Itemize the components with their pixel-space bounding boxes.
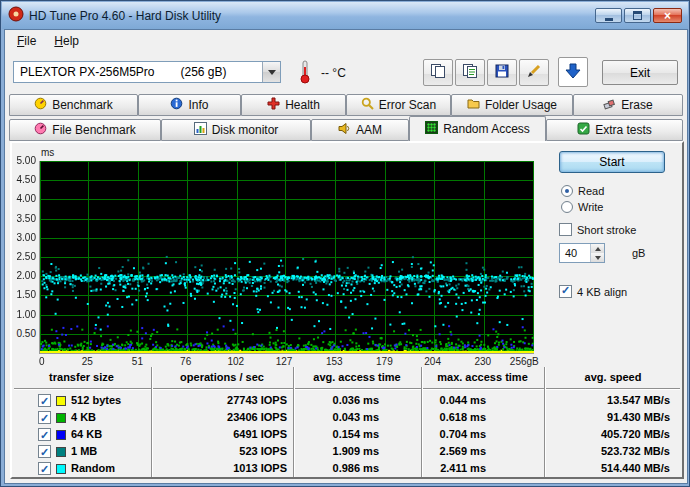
ops-value: 6491 IOPS — [151, 426, 293, 443]
drive-select[interactable]: PLEXTOR PX-256M5Pro(256 gB) — [13, 61, 281, 83]
drive-name: PLEXTOR PX-256M5Pro — [20, 65, 155, 79]
tab-label: Error Scan — [379, 98, 436, 112]
tab-label: Folder Usage — [485, 98, 557, 112]
file-benchmark-icon — [34, 122, 47, 138]
brush-icon — [526, 63, 542, 82]
extra-tests-icon — [577, 122, 590, 138]
update-download-button[interactable] — [558, 57, 588, 87]
ops-value: 1013 IOPS — [151, 460, 293, 477]
save-screenshot-button[interactable] — [487, 59, 517, 86]
close-button[interactable]: × — [653, 8, 682, 23]
tab-erase[interactable]: Erase — [573, 94, 683, 116]
kb-align-checkbox[interactable] — [559, 285, 572, 298]
avg-speed-value: 91.430 MB/s — [544, 409, 682, 426]
avg-speed-value: 523.732 MB/s — [544, 443, 682, 460]
read-radio-circle[interactable] — [561, 185, 573, 197]
avg-access-value: 1.909 ms — [293, 443, 421, 460]
write-radio-circle[interactable] — [561, 201, 573, 213]
header-separator — [14, 388, 680, 390]
avg-speed-value: 405.720 MB/s — [544, 426, 682, 443]
tab-error-scan[interactable]: Error Scan — [346, 94, 451, 116]
col-max-access: max. access time — [421, 371, 544, 383]
row-checkbox[interactable] — [38, 428, 51, 441]
series-color-swatch — [56, 396, 66, 406]
health-icon — [267, 97, 280, 113]
maximize-button[interactable] — [624, 8, 651, 23]
y-axis-label: 4.00 — [12, 193, 36, 204]
tab-label: Disk monitor — [212, 123, 279, 137]
tab-label: Erase — [621, 98, 652, 112]
x-axis-label: 25 — [82, 356, 93, 367]
tab-label: Extra tests — [595, 123, 652, 137]
spin-down-button[interactable] — [591, 253, 604, 262]
row-checkbox[interactable] — [38, 445, 51, 458]
tab-info[interactable]: Info — [138, 94, 241, 116]
max-access-value: 2.411 ms — [421, 460, 544, 477]
series-color-swatch — [56, 430, 66, 440]
short-stroke-checkbox-row[interactable]: Short stroke — [559, 223, 636, 236]
tab-health[interactable]: Health — [241, 94, 346, 116]
y-axis-label: 5.00 — [12, 155, 36, 166]
x-axis-label: 127 — [276, 356, 293, 367]
short-stroke-size-input[interactable]: 40 — [559, 243, 605, 263]
col-operations: operations / sec — [151, 371, 293, 383]
options-brush-button[interactable] — [519, 59, 549, 86]
row-label: 512 bytes — [71, 392, 121, 409]
erase-icon — [603, 97, 616, 113]
spin-up-button[interactable] — [591, 244, 604, 253]
x-axis-label: 0 — [39, 356, 45, 367]
info-icon — [170, 97, 183, 113]
short-stroke-unit-label: gB — [632, 247, 645, 259]
drive-select-dropdown-button[interactable] — [262, 62, 280, 82]
avg-speed-value: 514.440 MB/s — [544, 460, 682, 477]
row-label: 1 MB — [71, 443, 97, 460]
y-axis-label: 3.50 — [12, 213, 36, 224]
row-checkbox[interactable] — [38, 411, 51, 424]
minimize-button[interactable] — [595, 8, 622, 23]
app-icon — [8, 6, 24, 26]
tab-random-access[interactable]: Random Access — [409, 116, 546, 141]
tab-folder-usage[interactable]: Folder Usage — [451, 94, 573, 116]
copy-image-button[interactable] — [423, 59, 453, 86]
y-axis-unit-label: ms — [41, 147, 54, 158]
titlebar[interactable]: HD Tune Pro 4.60 - Hard Disk Utility × — [2, 2, 688, 29]
tab-disk-monitor[interactable]: Disk monitor — [161, 119, 311, 141]
menu-file[interactable]: File — [8, 31, 45, 51]
table-row: 64 KB 6491 IOPS 0.154 ms 0.704 ms 405.72… — [12, 426, 682, 443]
kb-align-checkbox-row[interactable]: 4 KB align — [559, 285, 627, 298]
x-axis-label: 76 — [180, 356, 191, 367]
down-arrow-icon — [595, 256, 601, 260]
ops-value: 523 IOPS — [151, 443, 293, 460]
read-radio[interactable]: Read — [561, 185, 604, 197]
tab-label: Info — [188, 98, 208, 112]
write-radio[interactable]: Write — [561, 201, 603, 213]
start-button[interactable]: Start — [559, 151, 665, 173]
tab-label: AAM — [356, 123, 382, 137]
tab-aam[interactable]: AAM — [311, 119, 409, 141]
y-axis-label: 2.00 — [12, 270, 36, 281]
avg-speed-value: 13.547 MB/s — [544, 392, 682, 409]
row-checkbox[interactable] — [38, 462, 51, 475]
temperature-value: -- °C — [321, 66, 346, 80]
series-color-swatch — [56, 464, 66, 474]
tab-benchmark[interactable]: Benchmark — [9, 94, 138, 116]
tab-extra-tests[interactable]: Extra tests — [546, 119, 683, 141]
save-icon — [494, 63, 510, 82]
table-row: 4 KB 23406 IOPS 0.043 ms 0.618 ms 91.430… — [12, 409, 682, 426]
minimize-icon — [605, 18, 613, 21]
app-window: HD Tune Pro 4.60 - Hard Disk Utility × F… — [0, 0, 690, 487]
x-axis-label: 179 — [376, 356, 393, 367]
table-row: 512 bytes 27743 IOPS 0.036 ms 0.044 ms 1… — [12, 392, 682, 409]
table-header: transfer size operations / sec avg. acce… — [12, 371, 682, 387]
menu-help[interactable]: Help — [45, 31, 88, 51]
max-access-value: 0.704 ms — [421, 426, 544, 443]
tab-label: Random Access — [443, 122, 530, 136]
exit-button[interactable]: Exit — [602, 60, 678, 85]
col-transfer-size: transfer size — [12, 371, 151, 383]
tab-file-benchmark[interactable]: File Benchmark — [9, 119, 161, 141]
copy-text-button[interactable] — [455, 59, 485, 86]
random-access-icon — [425, 121, 438, 137]
tab-label: File Benchmark — [52, 123, 135, 137]
row-checkbox[interactable] — [38, 394, 51, 407]
short-stroke-checkbox[interactable] — [559, 223, 572, 236]
